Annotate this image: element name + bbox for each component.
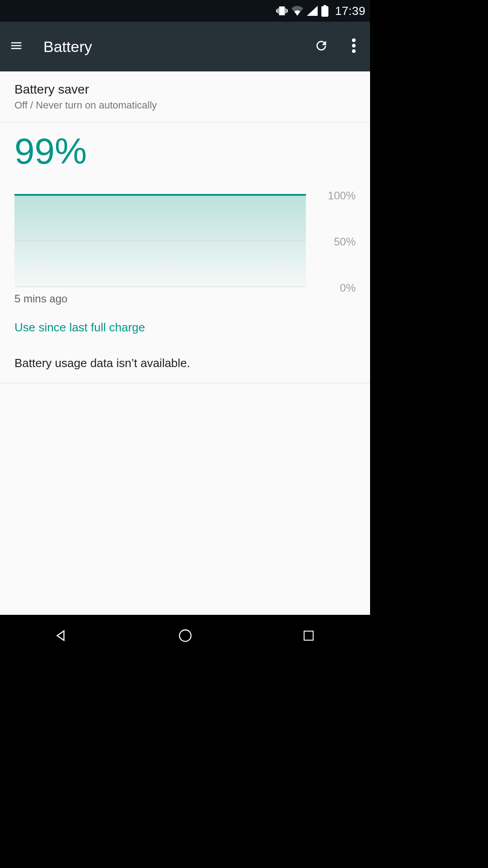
chart-xlabel-start: 5 mins ago (14, 292, 67, 305)
svg-point-1 (352, 44, 356, 47)
signal-icon (307, 6, 318, 16)
overflow-button[interactable] (343, 36, 365, 57)
battery-saver-subtitle: Off / Never turn on automatically (14, 99, 356, 111)
recent-apps-icon (302, 629, 315, 644)
content: Battery saver Off / Never turn on automa… (0, 71, 370, 615)
battery-chart[interactable]: 100% 50% 0% 5 mins ago (14, 194, 356, 311)
nav-back-button[interactable] (35, 623, 89, 650)
battery-status-icon (321, 5, 328, 17)
chart-series-line (14, 194, 306, 196)
nav-recent-button[interactable] (282, 623, 336, 650)
refresh-icon (314, 38, 328, 55)
nav-home-button[interactable] (158, 623, 212, 650)
chart-ylabel-50: 50% (334, 236, 356, 248)
status-bar-clock: 17:39 (335, 4, 366, 18)
vibrate-icon (276, 5, 288, 17)
back-icon (54, 627, 70, 646)
page-title: Battery (43, 38, 300, 56)
navigation-bar (0, 615, 370, 658)
chart-ylabel-100: 100% (328, 189, 356, 202)
chart-plot-area (14, 194, 306, 287)
screen-root: 17:39 Battery Battery saver Off / Never … (0, 0, 370, 658)
usage-unavailable-text: Battery usage data isn’t available. (0, 344, 370, 383)
svg-rect-4 (304, 631, 313, 640)
battery-saver-row[interactable]: Battery saver Off / Never turn on automa… (0, 71, 370, 122)
app-bar: Battery (0, 22, 370, 71)
chart-gridline-50 (14, 241, 306, 241)
menu-button[interactable] (5, 36, 27, 57)
svg-point-2 (352, 49, 356, 53)
more-vert-icon (352, 38, 356, 55)
chart-fill (14, 195, 306, 287)
svg-point-0 (352, 38, 356, 42)
refresh-button[interactable] (310, 36, 332, 57)
home-icon (178, 628, 193, 645)
hamburger-icon (9, 39, 23, 54)
battery-percentage: 99% (0, 123, 370, 183)
wifi-icon (291, 6, 303, 16)
usage-section-header: Use since last full charge (0, 311, 370, 344)
divider (0, 383, 370, 383)
chart-baseline (14, 287, 306, 287)
chart-ylabel-0: 0% (340, 282, 356, 294)
svg-point-3 (179, 630, 191, 642)
battery-saver-title: Battery saver (14, 82, 356, 97)
status-bar: 17:39 (0, 0, 370, 22)
